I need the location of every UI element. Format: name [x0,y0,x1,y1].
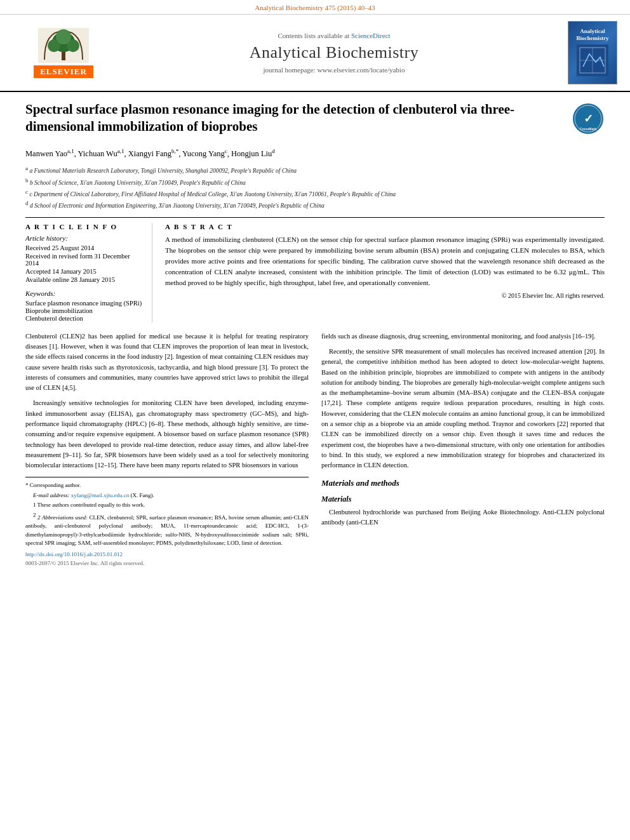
keywords-label: Keywords: [25,290,143,297]
author-manwen: Manwen Yao [25,149,67,158]
journal-header: ELSEVIER Contents lists available at Sci… [0,15,630,92]
author-hongjun: Hongjun Liu [231,149,272,158]
body-right-para-3: Clenbuterol hydrochloride was purchased … [321,507,605,528]
elsevier-logo: ELSEVIER [34,28,93,78]
elsevier-tree-graphic [38,28,89,63]
svg-text:CrossMark: CrossMark [580,127,596,131]
top-bar: Analytical Biochemistry 475 (2015) 40–43 [0,0,630,15]
article-container: Spectral surface plasmon resonance imagi… [0,92,630,568]
body-right-para-2: Recently, the sensitive SPR measurement … [321,347,605,470]
article-info-column: A R T I C L E I N F O Article history: R… [25,223,152,323]
crossmark-icon: ✓ CrossMark [573,103,603,134]
main-col-left: Clenbuterol (CLEN)2 has been applied for… [25,331,309,568]
affiliation-c: c c Department of Clinical Laboratory, F… [25,188,605,199]
body-para-2: Increasingly sensitive technologies for … [25,398,309,470]
keywords-list: Surface plasmon resonance imaging (SPRi)… [25,300,143,322]
email-person: (X. Fang). [130,492,154,498]
article-divider [25,217,605,218]
body-para-1: Clenbuterol (CLEN)2 has been applied for… [25,331,309,394]
affiliation-d: d d School of Electronic and Information… [25,199,605,210]
materials-subheading: Materials [321,493,605,505]
journal-header-left: ELSEVIER [13,28,114,78]
available-date: Available online 28 January 2015 [25,276,143,283]
footnote-equal: 1 These authors contributed equally to t… [25,501,309,510]
revised-date: Received in revised form 31 December 201… [25,253,143,267]
svg-point-5 [56,29,71,44]
copyright-line: © 2015 Elsevier Inc. All rights reserved… [165,292,605,299]
email-link[interactable]: xyfang@mail.xjtu.edu.cn [71,492,130,498]
journal-header-center: Contents lists available at ScienceDirec… [114,32,554,74]
body-right-para-1: fields such as disease diagnosis, drug s… [321,331,605,342]
received-date: Received 25 August 2014 [25,244,143,251]
journal-homepage: journal homepage: www.elsevier.com/locat… [127,66,541,74]
article-info-heading: A R T I C L E I N F O [25,223,143,230]
abstract-heading: A B S T R A C T [165,223,605,230]
author-xiangyi: Xiangyi Fang [128,149,171,158]
author-yucong: Yucong Yang [182,149,225,158]
keyword-1: Surface plasmon resonance imaging (SPRi) [25,300,143,307]
keyword-3: Clenbuterol detection [25,315,143,322]
journal-header-right: Analytical Biochemistry [554,21,617,84]
abstract-text: A method of immobilizing clenbuterol (CL… [165,234,605,288]
journal-title: Analytical Biochemistry [127,43,541,62]
keywords-section: Keywords: Surface plasmon resonance imag… [25,290,143,322]
journal-cover-image: Analytical Biochemistry [568,21,617,84]
footnote-abbrev: 2 2 Abbreviations used: CLEN, clenbutero… [25,511,309,548]
doi-link[interactable]: http://dx.doi.org/10.1016/j.ab.2015.01.0… [25,551,123,557]
science-direct-text: Contents lists available at ScienceDirec… [127,32,541,39]
issn-line: 0003-2697/© 2015 Elsevier Inc. All right… [25,559,309,568]
science-direct-link[interactable]: ScienceDirect [351,32,391,39]
footnotes-block: * Corresponding author. E-mail address: … [25,477,309,548]
keyword-2: Bioprobe immobilization [25,307,143,314]
author-yichuan: Yichuan Wu [78,149,117,158]
affiliation-a: a a Functional Materials Research Labora… [25,164,605,175]
history-label: Article history: [25,234,143,242]
article-title: Spectral surface plasmon resonance imagi… [25,101,573,136]
abstract-column: A B S T R A C T A method of immobilizing… [165,223,605,323]
email-label: E-mail address: [33,492,71,498]
two-col-info-abstract: A R T I C L E I N F O Article history: R… [25,223,605,323]
footnote-email: E-mail address: xyfang@mail.xjtu.edu.cn … [25,491,309,500]
crossmark: ✓ CrossMark [573,103,605,134]
journal-citation: Analytical Biochemistry 475 (2015) 40–43 [255,4,375,11]
abbrev-label: 2 Abbreviations used: [37,514,88,521]
authors-line: Manwen Yaoa,1, Yichuan Wua,1, Xiangyi Fa… [25,147,605,160]
footnote-corresponding: * Corresponding author. [25,481,309,490]
elsevier-brand-label: ELSEVIER [34,65,93,78]
affiliation-b: b b School of Science, Xi'an Jiaotong Un… [25,177,605,187]
affiliations: a a Functional Materials Research Labora… [25,164,605,211]
doi-line: http://dx.doi.org/10.1016/j.ab.2015.01.0… [25,550,309,559]
article-title-block: Spectral surface plasmon resonance imagi… [25,101,605,141]
main-col-right: fields such as disease diagnosis, drug s… [321,331,605,568]
main-text-section: Clenbuterol (CLEN)2 has been applied for… [25,331,605,568]
accepted-date: Accepted 14 January 2015 [25,268,143,275]
materials-methods-heading: Materials and methods [321,477,605,490]
svg-text:✓: ✓ [584,112,593,125]
